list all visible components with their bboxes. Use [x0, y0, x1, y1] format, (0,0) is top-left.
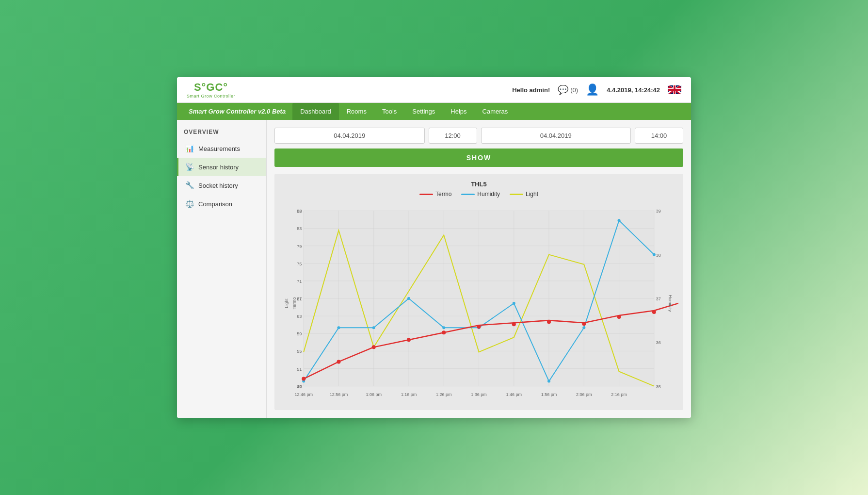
logo: S°GC° Smart Grow Controller — [187, 81, 235, 99]
legend-termo: Termo — [419, 191, 451, 198]
date-from-input[interactable]: 04.04.2019 — [274, 128, 425, 144]
svg-text:12:56 pm: 12:56 pm — [330, 392, 348, 397]
legend-humidity-label: Humidity — [477, 191, 500, 198]
date-to-input[interactable]: 04.04.2019 — [481, 128, 631, 144]
svg-text:35: 35 — [656, 384, 661, 389]
sidebar-label-sensor-history: Sensor history — [198, 164, 239, 171]
svg-point-67 — [477, 325, 481, 329]
sidebar-section-overview: OVERVIEW — [177, 125, 266, 139]
svg-point-57 — [513, 302, 515, 305]
nav-item-dashboard[interactable]: Dashboard — [292, 103, 339, 120]
svg-point-54 — [407, 297, 410, 300]
sidebar-item-comparison[interactable]: ⚖️ Comparison — [177, 195, 266, 213]
svg-text:36: 36 — [656, 340, 661, 345]
comparison-icon: ⚖️ — [185, 199, 194, 208]
header-top: S°GC° Smart Grow Controller Hello admin!… — [177, 77, 691, 103]
svg-point-69 — [547, 320, 551, 324]
svg-point-52 — [337, 326, 340, 329]
main-window: S°GC° Smart Grow Controller Hello admin!… — [177, 77, 691, 418]
logo-sub: Smart Grow Controller — [187, 94, 235, 99]
nav-item-rooms[interactable]: Rooms — [339, 103, 374, 120]
flag-icon — [668, 85, 681, 94]
svg-point-62 — [302, 377, 305, 381]
svg-text:39: 39 — [656, 209, 661, 214]
content-area: 04.04.2019 12:00 04.04.2019 14:00 SHOW T… — [267, 120, 691, 418]
nav-item-cameras[interactable]: Cameras — [475, 103, 516, 120]
svg-point-66 — [442, 330, 446, 334]
legend-light: Light — [510, 191, 538, 198]
svg-point-53 — [372, 326, 375, 329]
sidebar-item-measurements[interactable]: 📊 Measurements — [177, 139, 266, 158]
sidebar: OVERVIEW 📊 Measurements 📡 Sensor history… — [177, 120, 267, 418]
header-right: Hello admin! 💬 (0) 👤 4.4.2019, 14:24:42 — [512, 83, 681, 96]
svg-text:79: 79 — [297, 244, 302, 249]
legend-termo-line — [419, 194, 433, 195]
time-to-input[interactable]: 14:00 — [635, 128, 683, 144]
svg-text:Light: Light — [284, 298, 289, 308]
svg-point-65 — [407, 338, 411, 342]
svg-text:59: 59 — [297, 331, 302, 336]
svg-text:51: 51 — [297, 367, 302, 372]
svg-point-58 — [547, 380, 550, 383]
svg-text:38: 38 — [656, 253, 661, 258]
sidebar-item-sensor-history[interactable]: 📡 Sensor history — [177, 158, 266, 176]
svg-text:1:56 pm: 1:56 pm — [541, 392, 557, 397]
legend-humidity-line — [461, 194, 475, 195]
svg-point-70 — [582, 322, 586, 326]
svg-text:1:46 pm: 1:46 pm — [506, 392, 522, 397]
socket-history-icon: 🔧 — [185, 181, 194, 190]
chart-area: 88 83 79 75 71 67 63 59 55 51 47 — [279, 201, 678, 405]
nav-item-tools[interactable]: Tools — [374, 103, 404, 120]
svg-point-61 — [653, 253, 656, 256]
chart-svg: 88 83 79 75 71 67 63 59 55 51 47 — [279, 201, 678, 405]
svg-text:55: 55 — [297, 349, 302, 354]
svg-text:63: 63 — [297, 314, 302, 319]
svg-point-55 — [442, 326, 445, 329]
svg-text:20: 20 — [297, 384, 302, 389]
time-from-input[interactable]: 12:00 — [429, 128, 477, 144]
svg-point-59 — [582, 326, 585, 329]
svg-text:Humidity: Humidity — [668, 295, 673, 312]
nav-item-helps[interactable]: Helps — [443, 103, 474, 120]
legend-humidity: Humidity — [461, 191, 500, 198]
chart-legend: Termo Humidity Light — [279, 191, 678, 198]
nav-item-settings[interactable]: Settings — [404, 103, 443, 120]
datetime-display: 4.4.2019, 14:24:42 — [607, 86, 660, 94]
svg-text:1:36 pm: 1:36 pm — [471, 392, 487, 397]
chat-icon-wrap[interactable]: 💬 (0) — [558, 84, 578, 95]
svg-point-71 — [617, 315, 621, 319]
app-title: Smart Grow Controller v2.0 Beta — [182, 103, 292, 120]
legend-light-label: Light — [526, 191, 538, 198]
sidebar-label-comparison: Comparison — [198, 200, 232, 208]
svg-text:2:06 pm: 2:06 pm — [576, 392, 592, 397]
svg-text:21: 21 — [297, 297, 302, 301]
sidebar-label-socket-history: Socket history — [198, 182, 238, 189]
svg-point-60 — [618, 219, 621, 222]
greeting-text: Hello admin! — [512, 86, 550, 94]
chat-count: (0) — [570, 86, 578, 94]
svg-text:Termo: Termo — [292, 297, 297, 309]
sidebar-item-socket-history[interactable]: 🔧 Socket history — [177, 176, 266, 195]
svg-text:1:16 pm: 1:16 pm — [401, 392, 417, 397]
svg-text:37: 37 — [656, 297, 661, 301]
nav-items: Dashboard Rooms Tools Settings Helps Cam… — [292, 103, 515, 120]
sensor-history-icon: 📡 — [185, 163, 194, 171]
svg-text:71: 71 — [297, 279, 302, 284]
svg-text:22: 22 — [297, 209, 302, 214]
svg-text:75: 75 — [297, 262, 302, 266]
show-button[interactable]: SHOW — [274, 148, 683, 167]
svg-text:1:06 pm: 1:06 pm — [366, 392, 382, 397]
svg-text:2:16 pm: 2:16 pm — [611, 392, 627, 397]
svg-point-63 — [337, 360, 340, 363]
svg-point-68 — [512, 322, 516, 326]
chart-title: THL5 — [279, 181, 678, 188]
svg-point-72 — [652, 310, 656, 314]
chat-icon: 💬 — [558, 84, 568, 95]
legend-light-line — [510, 194, 523, 195]
chart-container: THL5 Termo Humidity Light — [274, 174, 683, 410]
user-icon[interactable]: 👤 — [586, 83, 599, 96]
legend-termo-label: Termo — [435, 191, 451, 198]
sidebar-label-measurements: Measurements — [198, 145, 240, 152]
svg-point-64 — [372, 345, 376, 349]
main-layout: OVERVIEW 📊 Measurements 📡 Sensor history… — [177, 120, 691, 418]
